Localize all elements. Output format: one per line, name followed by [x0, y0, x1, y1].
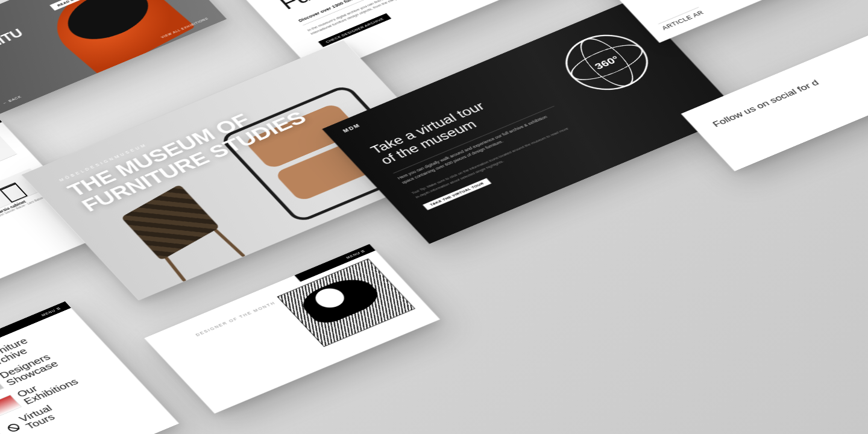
section-link[interactable]: 03.OurExhibitions [0, 356, 114, 424]
exhibition-title: HIFURNITU [0, 17, 25, 61]
section-thumb [0, 395, 22, 417]
section-label: FurnitureArchive [0, 336, 36, 368]
hero-chair-art [34, 0, 195, 77]
section-link[interactable]: 02.DesignersShowcase [0, 337, 96, 405]
furniture-item[interactable]: Sweden · 1991Intarsia cabinetKarin Sande… [0, 168, 58, 222]
social-title: Follow us on social for d [711, 78, 822, 129]
section-link[interactable]: 04.VirtualTours [0, 374, 131, 434]
article-archive-link[interactable]: ARTICLE AR [658, 7, 705, 31]
section-links: 01.FurnitureArchive02.DesignersShowcase0… [0, 318, 136, 434]
section-label: OurExhibitions [14, 370, 80, 406]
back-link[interactable]: ← BACK [2, 95, 22, 105]
card-designer-month: MENU ☰ DESIGNER OF THE MONTH [144, 244, 440, 414]
card-welcome: MDM MENU ☰ Welcome The Museum of Furnitu… [0, 301, 179, 434]
card-museum-hero: MÖBELDESIGNMUSEUM THE MUSEUM OFFURNITURE… [22, 40, 461, 301]
section-number: 04. [0, 431, 5, 434]
globe-360-icon: 360° [550, 25, 664, 101]
section-label: VirtualTours [17, 404, 60, 431]
card-exhibition-hero: HIFURNITU READ MORE ← BACK VIEW ALL EXHI… [0, 0, 227, 116]
designer-label: DESIGNER OF THE MONTH [195, 301, 277, 337]
section-link[interactable]: 01.FurnitureArchive [0, 318, 79, 386]
no-entry-icon [6, 423, 22, 433]
menu-button[interactable]: MENU ☰ [294, 244, 376, 282]
section-label: DesignersShowcase [0, 352, 60, 387]
section-thumb [0, 376, 4, 398]
menu-button[interactable]: MENU ☰ [0, 301, 71, 344]
designer-portrait [277, 259, 415, 347]
